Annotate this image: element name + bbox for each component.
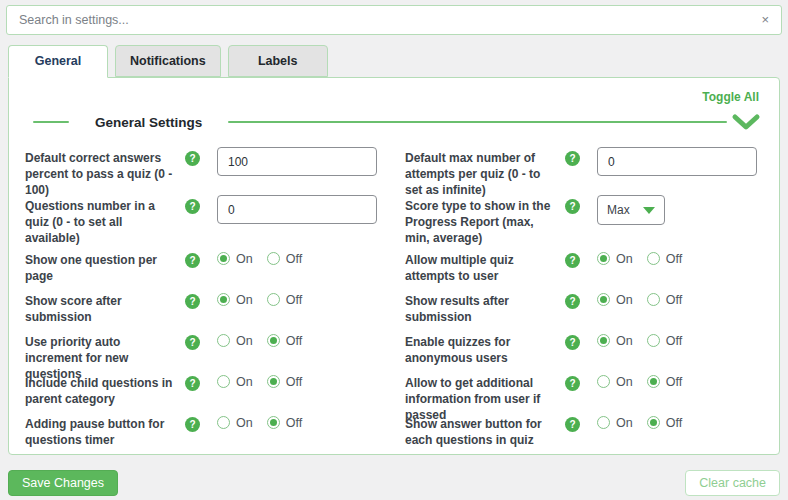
radio-label: Off [286, 334, 302, 348]
save-changes-button[interactable]: Save Changes [8, 470, 118, 496]
radio-button[interactable] [647, 416, 660, 429]
radio-label: On [616, 416, 633, 430]
radio-button[interactable] [217, 293, 230, 306]
radio-button[interactable] [597, 375, 610, 388]
radio-option-on[interactable]: On [217, 334, 253, 348]
radio-option-on[interactable]: On [217, 293, 253, 307]
radio-button[interactable] [597, 293, 610, 306]
tab-labels[interactable]: Labels [228, 45, 328, 77]
setting-row: Enable quizzes for anonymous users?OnOff [405, 334, 761, 375]
divider-line [33, 121, 69, 123]
setting-row: Adding pause button for questions timer?… [25, 416, 381, 457]
radio-button[interactable] [267, 375, 280, 388]
setting-row: Show answer button for each questions in… [405, 416, 761, 457]
radio-button[interactable] [217, 375, 230, 388]
radio-label: On [616, 252, 633, 266]
clear-search-icon[interactable]: × [749, 6, 781, 34]
radio-button[interactable] [217, 334, 230, 347]
radio-button[interactable] [267, 416, 280, 429]
help-icon[interactable]: ? [565, 253, 580, 268]
setting-row: Score type to show in the Progress Repor… [405, 198, 761, 252]
radio-button[interactable] [267, 252, 280, 265]
clear-cache-button[interactable]: Clear cache [685, 470, 780, 496]
radio-button[interactable] [597, 416, 610, 429]
setting-control: OnOff [597, 334, 696, 348]
setting-label: Default correct answers percent to pass … [25, 150, 175, 199]
radio-button[interactable] [597, 334, 610, 347]
help-icon[interactable]: ? [565, 376, 580, 391]
tab-label: Labels [258, 54, 298, 68]
help-icon[interactable]: ? [185, 253, 200, 268]
tab-general[interactable]: General [8, 45, 108, 78]
radio-option-on[interactable]: On [597, 375, 633, 389]
help-icon[interactable]: ? [185, 294, 200, 309]
setting-text-input[interactable] [217, 195, 377, 224]
radio-option-on[interactable]: On [597, 252, 633, 266]
radio-option-off[interactable]: Off [267, 293, 302, 307]
radio-label: On [236, 375, 253, 389]
setting-control: Max [597, 198, 665, 225]
radio-option-off[interactable]: Off [267, 416, 302, 430]
radio-option-on[interactable]: On [597, 334, 633, 348]
radio-button[interactable] [647, 252, 660, 265]
help-icon[interactable]: ? [185, 151, 200, 166]
divider-line [228, 121, 727, 123]
radio-option-off[interactable]: Off [267, 334, 302, 348]
toggle-all-link[interactable]: Toggle All [25, 86, 761, 106]
help-icon[interactable]: ? [185, 417, 200, 432]
setting-label: Default max number of attempts per quiz … [405, 150, 555, 199]
radio-option-off[interactable]: Off [647, 375, 682, 389]
score-type-select[interactable]: Max [597, 195, 665, 225]
radio-label: Off [666, 334, 682, 348]
tab-label: General [35, 54, 82, 68]
radio-option-on[interactable]: On [597, 293, 633, 307]
setting-label: Show answer button for each questions in… [405, 416, 555, 448]
radio-button[interactable] [647, 375, 660, 388]
setting-text-input[interactable] [217, 147, 377, 176]
setting-control: OnOff [217, 293, 316, 307]
radio-option-off[interactable]: Off [647, 334, 682, 348]
help-icon[interactable]: ? [565, 417, 580, 432]
setting-label: Include child questions in parent catego… [25, 375, 175, 407]
radio-option-on[interactable]: On [597, 416, 633, 430]
radio-button[interactable] [217, 416, 230, 429]
radio-option-on[interactable]: On [217, 375, 253, 389]
help-icon[interactable]: ? [185, 199, 200, 214]
setting-control: OnOff [217, 416, 316, 430]
radio-button[interactable] [647, 293, 660, 306]
chevron-down-icon[interactable] [731, 112, 761, 132]
help-icon[interactable]: ? [565, 294, 580, 309]
radio-option-on[interactable]: On [217, 416, 253, 430]
section-header: General Settings [25, 112, 761, 132]
setting-row: Questions number in a quiz (0 - to set a… [25, 198, 381, 252]
radio-label: On [236, 334, 253, 348]
radio-option-on[interactable]: On [217, 252, 253, 266]
radio-option-off[interactable]: Off [267, 375, 302, 389]
setting-label: Adding pause button for questions timer [25, 416, 175, 448]
radio-button[interactable] [267, 334, 280, 347]
radio-button[interactable] [267, 293, 280, 306]
setting-control: OnOff [597, 293, 696, 307]
search-input[interactable] [7, 13, 749, 27]
help-icon[interactable]: ? [565, 151, 580, 166]
setting-row: Include child questions in parent catego… [25, 375, 381, 416]
radio-button[interactable] [647, 334, 660, 347]
radio-option-off[interactable]: Off [647, 416, 682, 430]
tab-notifications[interactable]: Notifications [115, 45, 221, 77]
radio-option-off[interactable]: Off [647, 293, 682, 307]
radio-option-off[interactable]: Off [267, 252, 302, 266]
help-icon[interactable]: ? [565, 335, 580, 350]
setting-row: Use priority auto increment for new ques… [25, 334, 381, 375]
section-title: General Settings [95, 115, 202, 130]
help-icon[interactable]: ? [185, 376, 200, 391]
setting-row: Default correct answers percent to pass … [25, 150, 381, 198]
tab-bar: GeneralNotificationsLabels [8, 45, 780, 77]
radio-button[interactable] [597, 252, 610, 265]
radio-button[interactable] [217, 252, 230, 265]
setting-text-input[interactable] [597, 147, 757, 176]
help-icon[interactable]: ? [565, 199, 580, 214]
radio-option-off[interactable]: Off [647, 252, 682, 266]
setting-row: Show results after submission?OnOff [405, 293, 761, 334]
help-icon[interactable]: ? [185, 335, 200, 350]
setting-control [217, 198, 377, 224]
